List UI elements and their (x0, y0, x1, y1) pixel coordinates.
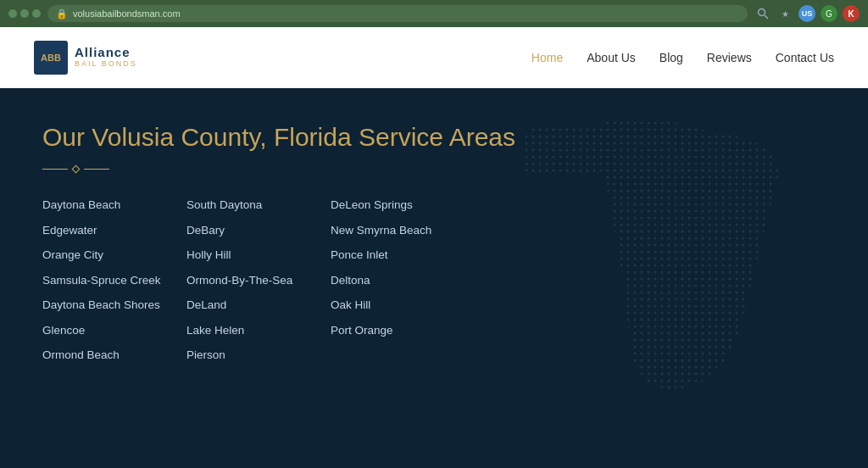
url-text: volusiabailbondsman.com (73, 8, 181, 19)
list-item[interactable]: Daytona Beach Shores (42, 298, 186, 313)
brand-name: Alliance (75, 46, 137, 60)
divider-line-left (42, 169, 68, 170)
address-bar[interactable]: 🔒 volusiabailbondsman.com (47, 5, 748, 22)
main-section: Our Volusia County, Florida Service Area… (0, 88, 868, 468)
list-item[interactable]: Daytona Beach (42, 198, 186, 213)
svg-line-1 (765, 15, 768, 19)
service-col-1: Daytona Beach Edgewater Orange City Sams… (42, 198, 186, 363)
nav-about[interactable]: About Us (587, 51, 636, 64)
divider (42, 166, 826, 172)
nav-blog[interactable]: Blog (659, 51, 683, 64)
dot-icon (20, 9, 29, 18)
logo-text: Alliance BAIL BONDS (75, 46, 137, 68)
window-controls (8, 9, 41, 18)
list-item[interactable]: New Smyrna Beach (331, 223, 475, 238)
logo[interactable]: ABB Alliance BAIL BONDS (34, 41, 137, 75)
list-item[interactable]: DeBary (186, 223, 331, 238)
browser-action-icons: ★ US G K (754, 5, 860, 22)
logo-icon: ABB (34, 41, 68, 75)
profile-icon-1[interactable]: US (798, 5, 815, 22)
lock-icon: 🔒 (56, 8, 68, 20)
page-title: Our Volusia County, Florida Service Area… (42, 122, 826, 153)
service-grid: Daytona Beach Edgewater Orange City Sams… (42, 198, 826, 363)
list-item[interactable]: DeLeon Springs (331, 198, 475, 213)
dot-icon (32, 9, 41, 18)
navbar: ABB Alliance BAIL BONDS Home About Us Bl… (0, 27, 868, 88)
divider-diamond (72, 165, 81, 174)
search-icon[interactable] (754, 5, 771, 22)
list-item[interactable]: Lake Helen (186, 323, 331, 338)
list-item[interactable]: Port Orange (331, 323, 475, 338)
service-col-3: DeLeon Springs New Smyrna Beach Ponce In… (331, 198, 475, 363)
dot-icon (8, 9, 17, 18)
divider-line-right (84, 169, 109, 170)
profile-icon-2[interactable]: G (821, 5, 837, 22)
list-item[interactable]: Deltona (331, 273, 475, 288)
list-item[interactable]: Orange City (42, 248, 186, 263)
list-item[interactable]: Ponce Inlet (331, 248, 475, 263)
nav-home[interactable]: Home (531, 51, 563, 64)
svg-point-0 (759, 9, 765, 16)
service-col-2: South Daytona DeBary Holly Hill Ormond-B… (186, 198, 331, 363)
nav-reviews[interactable]: Reviews (707, 51, 752, 64)
list-item[interactable]: Oak Hill (331, 298, 475, 313)
star-icon[interactable]: ★ (776, 5, 793, 22)
list-item[interactable]: South Daytona (186, 198, 331, 213)
list-item[interactable]: Samsula-Spruce Creek (42, 273, 186, 288)
browser-bar: 🔒 volusiabailbondsman.com ★ US G K (0, 0, 868, 27)
list-item[interactable]: Holly Hill (186, 248, 331, 263)
list-item[interactable]: Ormond Beach (42, 348, 186, 363)
nav-contact[interactable]: Contact Us (776, 51, 834, 64)
nav-links: Home About Us Blog Reviews Contact Us (531, 51, 834, 64)
list-item[interactable]: Ormond-By-The-Sea (186, 273, 331, 288)
list-item[interactable]: Edgewater (42, 223, 186, 238)
content-left: Our Volusia County, Florida Service Area… (0, 88, 868, 468)
profile-icon-3[interactable]: K (843, 5, 860, 22)
list-item[interactable]: DeLand (186, 298, 331, 313)
list-item[interactable]: Pierson (186, 348, 331, 363)
brand-sub: BAIL BONDS (75, 60, 137, 69)
list-item[interactable]: Glencoe (42, 323, 186, 338)
